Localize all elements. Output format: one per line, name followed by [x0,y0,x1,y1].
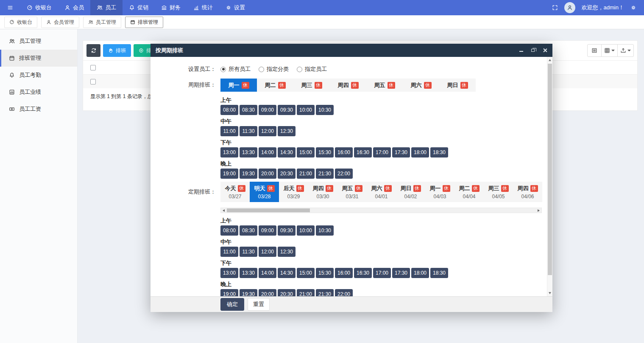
columns-button[interactable] [601,44,618,57]
time-slot-button[interactable]: 15:30 [316,147,334,157]
time-slot-button[interactable]: 12:30 [278,247,296,257]
nav-item[interactable]: 财务 [155,0,187,15]
employee-scope-radio[interactable]: 所有员工 [220,65,251,73]
time-slot-button[interactable]: 22:00 [335,169,353,179]
weekday-tab[interactable]: 周二 休 [257,79,293,92]
scroll-right-icon[interactable] [538,209,540,212]
confirm-button[interactable]: 确定 [220,298,244,311]
sidebar-item[interactable]: 员工工资 [0,101,77,118]
date-tab[interactable]: 周六 休 04/01 [367,182,396,202]
time-slot-button[interactable]: 17:00 [373,147,391,157]
nav-item[interactable]: 收银台 [20,0,58,15]
modal-header[interactable]: 按周期排班 [151,44,552,57]
export-button[interactable] [617,44,634,57]
page-tab[interactable]: 收银台 [4,17,37,28]
time-slot-button[interactable]: 22:00 [335,289,353,296]
vertical-scrollbar[interactable] [547,57,552,296]
time-slot-button[interactable]: 09:00 [259,105,276,115]
time-slot-button[interactable]: 14:30 [278,147,296,157]
date-tab[interactable]: 明天 休 03/28 [250,182,279,202]
time-slot-button[interactable]: 16:30 [354,268,372,278]
employee-scope-radio[interactable]: 指定员工 [297,65,327,73]
time-slot-button[interactable]: 20:00 [259,289,276,296]
time-slot-button[interactable]: 19:00 [220,169,238,179]
time-slot-button[interactable]: 21:30 [316,289,334,296]
time-slot-button[interactable]: 10:30 [316,225,334,236]
date-tab[interactable]: 周四 休 04/06 [513,182,542,202]
nav-item[interactable]: 会员 [58,0,90,15]
time-slot-button[interactable]: 11:30 [240,126,257,136]
time-slot-button[interactable]: 17:00 [373,268,391,278]
time-slot-button[interactable]: 13:30 [240,268,257,278]
time-slot-button[interactable]: 15:30 [316,268,334,278]
weekday-tab[interactable]: 周一 休 [220,79,257,92]
horizontal-scrollbar[interactable] [220,208,542,213]
time-slot-button[interactable]: 15:00 [297,268,315,278]
date-tab[interactable]: 后天 休 03/29 [279,182,308,202]
time-slot-button[interactable]: 13:00 [220,268,238,278]
sidebar-item[interactable]: 员工业绩 [0,84,77,101]
time-slot-button[interactable]: 18:00 [411,147,429,157]
sidebar-item[interactable]: 排班管理 [0,50,77,67]
time-slot-button[interactable]: 21:00 [297,169,315,179]
vertical-scroll-thumb[interactable] [548,64,552,275]
time-slot-button[interactable]: 14:00 [259,147,276,157]
time-slot-button[interactable]: 21:00 [297,289,315,296]
minimize-icon[interactable] [519,48,524,53]
time-slot-button[interactable]: 11:30 [240,247,257,257]
time-slot-button[interactable]: 20:30 [278,169,296,179]
sidebar-item[interactable]: 员工管理 [0,33,77,50]
time-slot-button[interactable]: 18:30 [430,268,448,278]
time-slot-button[interactable]: 18:30 [430,147,448,157]
time-slot-button[interactable]: 21:30 [316,169,334,179]
time-slot-button[interactable]: 11:00 [220,247,238,257]
time-slot-button[interactable]: 16:00 [335,268,353,278]
time-slot-button[interactable]: 14:00 [259,268,276,278]
menu-toggle-button[interactable] [0,0,20,15]
scroll-left-icon[interactable] [223,209,225,212]
time-slot-button[interactable]: 13:30 [240,147,257,157]
schedule-button[interactable]: 排班 [103,44,131,57]
page-tab[interactable]: 会员管理 [41,17,79,28]
time-slot-button[interactable]: 10:30 [316,105,334,115]
time-slot-button[interactable]: 10:00 [297,105,315,115]
time-slot-button[interactable]: 10:00 [297,225,315,236]
time-slot-button[interactable]: 12:00 [259,126,276,136]
fullscreen-icon[interactable] [552,5,558,11]
time-slot-button[interactable]: 09:00 [259,225,276,236]
time-slot-button[interactable]: 15:00 [297,147,315,157]
time-slot-button[interactable]: 09:30 [278,105,296,115]
time-slot-button[interactable]: 16:30 [354,147,372,157]
time-slot-button[interactable]: 19:30 [240,289,257,296]
time-slot-button[interactable]: 19:30 [240,169,257,179]
weekday-tab[interactable]: 周六 休 [403,79,439,92]
time-slot-button[interactable]: 11:00 [220,126,238,136]
time-slot-button[interactable]: 20:00 [259,169,276,179]
time-slot-button[interactable]: 16:00 [335,147,353,157]
page-tab[interactable]: 员工管理 [83,17,121,28]
date-tab[interactable]: 周日 休 04/02 [396,182,425,202]
detail-view-button[interactable] [587,44,602,57]
time-slot-button[interactable]: 20:30 [278,289,296,296]
close-icon[interactable] [542,48,547,53]
reset-button[interactable]: 重置 [248,298,270,311]
time-slot-button[interactable]: 17:30 [392,147,410,157]
date-tab[interactable]: 周三 休 04/05 [484,182,513,202]
date-tab[interactable]: 周一 休 04/03 [425,182,454,202]
weekday-tab[interactable]: 周三 休 [293,79,330,92]
sidebar-item[interactable]: 员工考勤 [0,67,77,84]
row-checkbox[interactable] [90,79,96,84]
date-tab[interactable]: 今天 休 03/27 [220,182,250,202]
nav-item[interactable]: 促销 [123,0,155,15]
weekday-tab[interactable]: 周五 休 [366,79,403,92]
time-slot-button[interactable]: 08:00 [220,225,238,236]
page-tab[interactable]: 排班管理 [125,17,163,28]
maximize-icon[interactable] [530,48,535,53]
weekday-tab[interactable]: 周日 休 [439,79,476,92]
date-tab[interactable]: 周四 休 03/30 [308,182,337,202]
time-slot-button[interactable]: 14:30 [278,268,296,278]
time-slot-button[interactable]: 18:00 [411,268,429,278]
time-slot-button[interactable]: 13:00 [220,147,238,157]
time-slot-button[interactable]: 17:30 [392,268,410,278]
time-slot-button[interactable]: 12:00 [259,247,276,257]
